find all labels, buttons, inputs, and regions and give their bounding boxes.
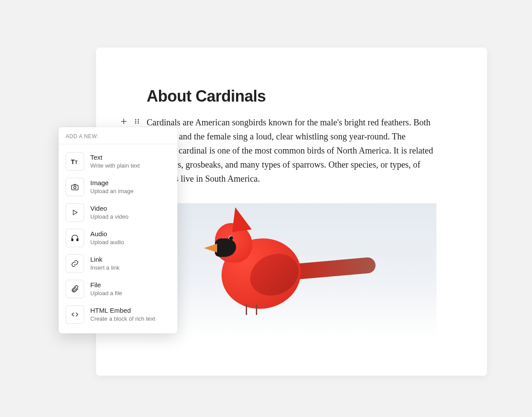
add-menu-item-title: Text: [90, 153, 140, 162]
add-menu-item-video[interactable]: Video Upload a video: [62, 200, 174, 225]
svg-text:T: T: [71, 158, 75, 165]
page-title: About Cardinals: [147, 87, 436, 106]
svg-rect-14: [77, 239, 78, 241]
svg-point-3: [138, 119, 139, 121]
block-controls: [118, 116, 142, 127]
text-icon: TT: [66, 152, 84, 171]
code-icon: [66, 305, 84, 324]
content-image[interactable]: [147, 203, 436, 339]
add-menu-item-desc: Upload a video: [90, 213, 129, 221]
svg-rect-10: [72, 185, 78, 190]
camera-icon: [66, 178, 84, 196]
add-menu-item-text[interactable]: TT Text Write with plain text: [62, 149, 174, 174]
svg-point-11: [74, 187, 76, 189]
svg-point-2: [135, 119, 137, 121]
drag-handle[interactable]: [132, 116, 142, 127]
paragraph-block: Cardinals are American songbirds known f…: [147, 115, 436, 186]
add-menu-item-html-embed[interactable]: HTML Embed Create a block of rich text: [62, 302, 174, 327]
add-menu-item-title: Image: [90, 179, 133, 187]
svg-point-7: [138, 123, 139, 124]
add-block-button[interactable]: [118, 116, 129, 127]
grip-icon: [134, 118, 140, 124]
paragraph-text[interactable]: Cardinals are American songbirds known f…: [147, 115, 436, 186]
plus-icon: [120, 118, 127, 125]
svg-point-5: [138, 121, 139, 122]
add-menu-item-desc: Create a block of rich text: [90, 315, 155, 323]
add-menu-item-title: File: [90, 281, 122, 289]
svg-point-4: [135, 121, 137, 122]
play-icon: [66, 203, 84, 222]
headphones-icon: [66, 229, 84, 247]
add-menu-item-desc: Upload a file: [90, 289, 122, 297]
add-menu-item-link[interactable]: Link Insert a link: [62, 251, 174, 276]
svg-point-6: [135, 123, 137, 124]
add-menu-item-desc: Upload audio: [90, 238, 124, 246]
svg-marker-12: [73, 210, 77, 215]
add-menu-item-desc: Write with plain text: [90, 162, 140, 170]
paperclip-icon: [66, 280, 84, 298]
add-menu-item-desc: Insert a link: [90, 264, 119, 272]
add-menu-item-image[interactable]: Image Upload an image: [62, 174, 174, 200]
add-menu-item-title: Video: [90, 204, 129, 213]
add-menu-item-desc: Upload an image: [90, 187, 133, 195]
add-menu-list: TT Text Write with plain text Image Uplo…: [59, 144, 177, 333]
add-block-menu: ADD A NEW: TT Text Write with plain text…: [59, 127, 177, 333]
add-menu-item-title: Audio: [90, 230, 124, 238]
link-icon: [66, 254, 84, 273]
add-menu-item-file[interactable]: File Upload a file: [62, 276, 174, 302]
svg-rect-13: [72, 239, 73, 241]
svg-text:T: T: [75, 160, 78, 165]
add-menu-item-audio[interactable]: Audio Upload audio: [62, 225, 174, 251]
add-menu-item-title: Link: [90, 255, 119, 264]
add-menu-item-title: HTML Embed: [90, 306, 155, 315]
add-menu-header: ADD A NEW:: [59, 127, 177, 144]
cardinal-illustration: [292, 257, 376, 280]
